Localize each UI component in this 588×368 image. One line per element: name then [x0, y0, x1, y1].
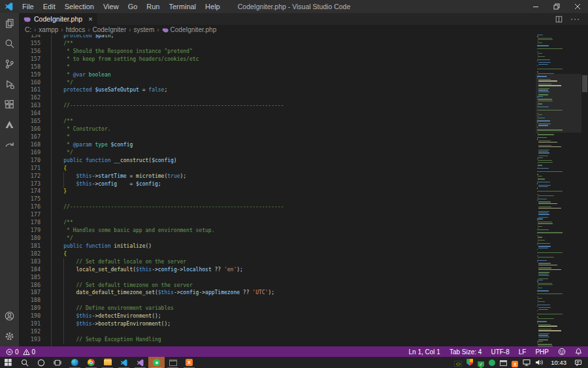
taskbar-task-view-button[interactable]: [49, 357, 65, 368]
taskbar-start-button[interactable]: [0, 357, 16, 368]
menu-item-selection[interactable]: Selection: [60, 3, 99, 10]
code-line[interactable]: 174 }: [19, 188, 536, 195]
editor[interactable]: 154 protected $path;155 /**156 * Should …: [19, 35, 588, 346]
breadcrumb-segment[interactable]: C:: [25, 26, 31, 33]
sidebar-item-extensions[interactable]: [0, 94, 19, 114]
code-line[interactable]: 183 // Set default locale on the server: [19, 258, 536, 266]
more-actions-icon[interactable]: ···: [570, 14, 580, 24]
feedback-icon[interactable]: [558, 348, 566, 356]
minimize-icon[interactable]: [525, 0, 546, 13]
code-line[interactable]: 180 */: [19, 235, 536, 243]
taskbar-taskbar-search-button[interactable]: [16, 357, 33, 368]
code-line[interactable]: 164: [19, 110, 536, 118]
problems-indicator[interactable]: 0 0: [6, 348, 35, 356]
code-line[interactable]: 166 * Constructor.: [19, 125, 536, 133]
code-line[interactable]: 189 // Define environment variables: [19, 305, 536, 312]
sidebar-item-explorer[interactable]: [0, 13, 19, 33]
breadcrumb-segment[interactable]: xampp: [39, 26, 58, 33]
tray-xampp-tray[interactable]: X: [512, 357, 518, 368]
breadcrumb-segment[interactable]: CodeIgniter.php: [162, 26, 217, 33]
code-line[interactable]: 163 //----------------------------------…: [19, 102, 536, 110]
taskbar-app-vscode[interactable]: [116, 357, 132, 368]
code-line[interactable]: 161 protected $useSafeOutput = false;: [19, 86, 536, 94]
code-line[interactable]: 175: [19, 195, 536, 203]
code-line[interactable]: 162: [19, 94, 536, 102]
code-line[interactable]: 186 // Set default timezone on the serve…: [19, 282, 536, 290]
menu-item-view[interactable]: View: [99, 3, 123, 10]
code-line[interactable]: 156 * Should the Response instance "pret…: [19, 48, 536, 56]
status-indentation[interactable]: Tab Size: 4: [449, 348, 482, 356]
status-eol[interactable]: LF: [519, 348, 527, 356]
close-icon[interactable]: [567, 0, 588, 13]
tray-network[interactable]: [523, 359, 531, 366]
code-line[interactable]: 190 $this->detectEnvironment();: [19, 312, 536, 320]
menu-item-edit[interactable]: Edit: [39, 3, 60, 10]
minimap[interactable]: [536, 35, 581, 346]
code-line[interactable]: 185: [19, 274, 536, 282]
sidebar-item-account[interactable]: [0, 306, 19, 326]
menu-item-run[interactable]: Run: [142, 3, 164, 10]
breadcrumb-segment[interactable]: CodeIgniter: [93, 26, 127, 33]
menu-item-file[interactable]: File: [18, 3, 39, 10]
taskbar-app-chrome[interactable]: [83, 357, 99, 368]
menu-item-terminal[interactable]: Terminal: [165, 3, 201, 10]
tray-window-app[interactable]: [500, 357, 507, 368]
status-language-mode[interactable]: PHP: [535, 348, 549, 356]
code-area[interactable]: 154 protected $path;155 /**156 * Should …: [19, 35, 536, 346]
code-line[interactable]: 155 /**: [19, 40, 536, 48]
menu-item-help[interactable]: Help: [201, 3, 225, 10]
restore-icon[interactable]: [546, 0, 567, 13]
taskbar-app-xampp[interactable]: X: [181, 357, 197, 368]
taskbar-app-edge[interactable]: [67, 357, 83, 368]
taskbar-app-vscode-insiders[interactable]: [132, 357, 148, 368]
code-line[interactable]: 192: [19, 328, 536, 336]
minimap-slider[interactable]: [536, 74, 581, 133]
code-line[interactable]: 165 /**: [19, 118, 536, 125]
code-line[interactable]: 159 * @var boolean: [19, 71, 536, 79]
code-line[interactable]: 176 //----------------------------------…: [19, 203, 536, 211]
code-line[interactable]: 177: [19, 211, 536, 219]
taskbar-app-terminal[interactable]: [165, 357, 181, 368]
taskbar-clock[interactable]: 10:43: [547, 359, 570, 366]
tray-defender-shield[interactable]: [466, 357, 473, 368]
status-encoding[interactable]: UTF-8: [491, 348, 509, 356]
breadcrumb-segment[interactable]: htdocs: [66, 26, 85, 33]
code-line[interactable]: 169 */: [19, 149, 536, 157]
sidebar-item-azure[interactable]: [0, 114, 19, 135]
code-line[interactable]: 193 // Setup Exception Handling: [19, 336, 536, 344]
code-line[interactable]: 181 public function initialize(): [19, 243, 536, 250]
code-line[interactable]: 188: [19, 297, 536, 305]
sidebar-item-source-control[interactable]: [0, 54, 19, 74]
code-line[interactable]: 179 * Handles some basic app and environ…: [19, 227, 536, 235]
code-line[interactable]: 157 * to keep from setting headers/cooki…: [19, 56, 536, 63]
sidebar-item-settings[interactable]: [0, 326, 19, 346]
code-line[interactable]: 172 $this->startTime = microtime(true);: [19, 173, 536, 180]
code-line[interactable]: 158 *: [19, 63, 536, 71]
sidebar-item-search[interactable]: [0, 33, 19, 54]
taskbar-app-green-app[interactable]: [148, 357, 165, 368]
sidebar-item-liveshare[interactable]: [0, 135, 19, 155]
tab-close-icon[interactable]: ×: [88, 16, 92, 23]
code-line[interactable]: 170 public function __construct($config): [19, 157, 536, 165]
split-editor-icon[interactable]: [555, 16, 563, 23]
notifications-bell-icon[interactable]: [575, 348, 582, 356]
tray-green-dot[interactable]: [489, 357, 495, 368]
vertical-scrollbar[interactable]: [581, 35, 588, 346]
tray-shield-check[interactable]: ✓: [478, 357, 484, 368]
code-line[interactable]: 184 locale_set_default($this->config->lo…: [19, 266, 536, 274]
scrollbar-thumb[interactable]: [582, 75, 587, 92]
code-line[interactable]: 167 *: [19, 133, 536, 141]
breadcrumb-segment[interactable]: system: [134, 26, 155, 33]
code-line[interactable]: 160 */: [19, 79, 536, 87]
code-line[interactable]: 173 $this->config = $config;: [19, 180, 536, 188]
sidebar-item-run-debug[interactable]: [0, 74, 19, 94]
code-line[interactable]: 191 $this->bootstrapEnvironment();: [19, 320, 536, 328]
code-line[interactable]: 168 * @param type $config: [19, 141, 536, 149]
menu-item-go[interactable]: Go: [123, 3, 142, 10]
code-line[interactable]: 187 date_default_timezone_set($this->con…: [19, 289, 536, 297]
code-line[interactable]: 182 {: [19, 250, 536, 258]
action-center-icon[interactable]: [574, 359, 585, 367]
status-cursor-position[interactable]: Ln 1, Col 1: [409, 348, 440, 356]
taskbar-cortana-button[interactable]: [33, 357, 49, 368]
taskbar-app-file-explorer[interactable]: [99, 357, 116, 368]
